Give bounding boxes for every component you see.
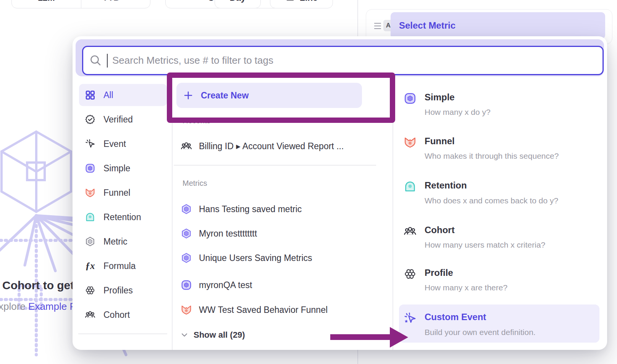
metric-list-item[interactable]: Hans Testing saved metric <box>181 201 302 217</box>
metric-item-label: Hans Testing saved metric <box>199 204 302 214</box>
sidebar-item-funnel[interactable]: Funnel <box>79 182 167 204</box>
sidebar-item-retention[interactable]: Retention <box>79 206 167 228</box>
date-range-control: 12M YTD <box>11 0 150 8</box>
type-simple-desc: How many x do y? <box>425 108 491 117</box>
sidebar-item-formula[interactable]: ƒx Formula <box>79 255 167 277</box>
custom-event-highlight <box>399 304 599 343</box>
funnel-icon <box>403 135 417 149</box>
funnel-icon <box>84 187 96 198</box>
metric-list-item[interactable]: Unique Users Saving Metrics <box>181 250 312 266</box>
type-cohort-desc: How many users match x criteria? <box>425 240 545 250</box>
sidebar-item-metric[interactable]: Metric <box>79 230 167 253</box>
metric-list-item[interactable]: Myron testttttttt <box>181 226 257 241</box>
sidebar-item-label: Profiles <box>103 285 133 296</box>
annotation-arrow <box>330 334 391 340</box>
section-divider <box>174 165 376 166</box>
recent-item-label: Billing ID ▸ Account Viewed Report ... <box>199 141 344 151</box>
range-12m-label: 12M <box>38 0 55 3</box>
metric-list-item[interactable]: WW Test Saved Behavior Funnel <box>181 302 328 317</box>
verified-badge-icon <box>84 114 96 125</box>
type-profile[interactable]: Profile <box>425 267 453 278</box>
metrics-section-label: Metrics <box>183 179 207 188</box>
sidebar-item-event[interactable]: Event <box>79 133 167 155</box>
sidebar-item-verified[interactable]: Verified <box>79 108 167 130</box>
sidebar-item-label: Event <box>103 139 126 149</box>
grid-icon <box>84 89 96 101</box>
metric-hexagon-icon <box>84 236 96 247</box>
range-ytd-button[interactable]: YTD <box>81 0 150 8</box>
line-label: Line <box>300 0 318 3</box>
metric-item-label: myronQA test <box>199 280 252 290</box>
search-header <box>76 39 604 76</box>
type-custom-event[interactable]: Custom Event <box>425 312 486 322</box>
cohort-people-icon <box>403 224 417 238</box>
saved-metric-hexagon-icon <box>181 228 192 239</box>
show-all-label: Show all (29) <box>194 330 245 340</box>
screen: Cohort to get xplore Example R 12M YTD C… <box>0 0 617 364</box>
text-caret <box>107 54 108 68</box>
type-simple[interactable]: Simple <box>425 92 455 103</box>
type-cohort[interactable]: Cohort <box>425 225 455 235</box>
sidebar-item-simple[interactable]: Simple <box>79 157 167 179</box>
formula-fx-icon: ƒx <box>84 260 96 272</box>
sidebar-item-partial[interactable]: T <box>79 344 167 350</box>
search-input[interactable] <box>112 55 602 66</box>
funnel-icon <box>181 304 192 316</box>
tag-icon <box>84 349 96 350</box>
type-retention[interactable]: Retention <box>425 180 467 191</box>
sidebar-item-label: Formula <box>103 261 136 271</box>
example-link[interactable]: Example R <box>28 301 77 312</box>
empty-state-headline: Cohort to get <box>2 279 74 292</box>
saved-metric-hexagon-icon <box>181 203 192 215</box>
show-all-toggle[interactable]: Show all (29) <box>181 327 245 343</box>
sidebar-item-label: Retention <box>103 212 141 222</box>
type-funnel-desc: Who makes it through this sequence? <box>425 151 559 161</box>
range-ytd-label: YTD <box>102 0 120 3</box>
sidebar-item-label: Verified <box>103 114 133 125</box>
metric-item-label: WW Test Saved Behavior Funnel <box>199 305 328 315</box>
metric-list-item[interactable]: myronQA test <box>181 277 252 293</box>
type-retention-desc: Who does x and comes back to do y? <box>425 196 558 205</box>
sidebar-item-label: All <box>103 90 113 100</box>
search-icon <box>89 54 102 67</box>
type-funnel[interactable]: Funnel <box>425 136 455 147</box>
select-metric-label: Select Metric <box>399 20 455 31</box>
simple-metric-icon <box>403 92 417 105</box>
granularity-day-button[interactable]: Day <box>215 0 261 8</box>
type-profile-desc: How many x are there? <box>425 283 507 292</box>
retention-icon <box>84 211 96 223</box>
chevron-down-icon <box>123 0 129 1</box>
drag-handle-icon[interactable] <box>374 21 381 31</box>
profiles-flower-icon <box>84 285 96 296</box>
line-chart-icon <box>285 0 295 3</box>
sidebar-item-profiles[interactable]: Profiles <box>79 279 167 301</box>
annotation-highlight-box <box>167 72 395 123</box>
simple-metric-icon <box>181 279 192 291</box>
type-custom-event-desc: Build your own event definition. <box>425 328 536 337</box>
sidebar-item-label: Cohort <box>103 310 130 320</box>
metric-item-label: Unique Users Saving Metrics <box>199 253 312 263</box>
sidebar-item-label: Metric <box>103 237 128 247</box>
sidebar-divider <box>78 333 167 334</box>
cohort-people-icon <box>84 309 96 321</box>
custom-event-icon <box>403 311 417 325</box>
chart-type-line-button[interactable]: Line <box>270 0 333 8</box>
explore-prefix: xplore <box>0 301 28 312</box>
event-cursor-icon <box>84 138 96 150</box>
search-field[interactable] <box>82 46 604 75</box>
sidebar-item-label: T <box>103 350 109 350</box>
cohort-people-icon <box>181 140 192 152</box>
sidebar-item-label: Simple <box>103 163 130 174</box>
select-metric-button[interactable]: Select Metric <box>391 12 605 39</box>
sidebar-item-cohort[interactable]: Cohort <box>79 304 167 326</box>
sidebar-item-all[interactable]: All <box>79 84 167 106</box>
metric-item-label: Myron testttttttt <box>199 229 257 239</box>
retention-icon <box>403 180 417 193</box>
day-label: Day <box>229 0 246 3</box>
recent-item[interactable]: Billing ID ▸ Account Viewed Report ... <box>181 139 344 154</box>
chevron-down-icon <box>181 331 188 339</box>
sidebar-item-label: Funnel <box>103 188 130 198</box>
simple-metric-icon <box>84 163 96 174</box>
range-12m-button[interactable]: 12M <box>12 0 81 8</box>
explore-hint: xplore Example R <box>0 301 77 312</box>
